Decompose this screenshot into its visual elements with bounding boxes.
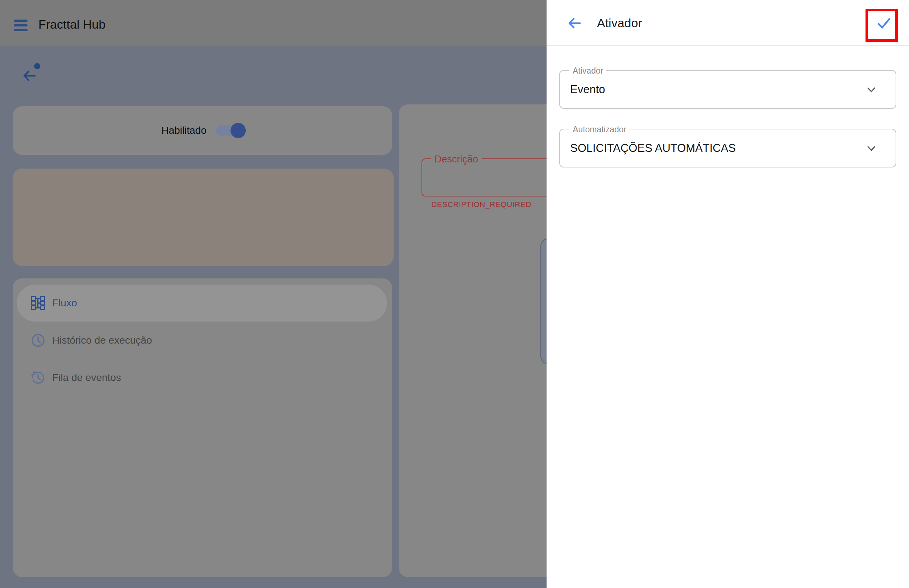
enabled-toggle[interactable] [216,126,244,136]
menu-item-fila[interactable]: Fila de eventos [31,370,121,386]
toggle-thumb [231,123,246,138]
chevron-down-icon [867,87,875,92]
workflow-icon [31,296,45,310]
side-panel: Ativador Ativador Evento Automatizador S… [547,0,909,588]
app-title: Fracttal Hub [39,18,105,32]
back-arrow-icon[interactable] [21,68,38,84]
description-label: Descrição [431,154,482,165]
annotation-highlight-box [865,9,898,42]
automatizador-select[interactable]: Automatizador SOLICITAÇÕES AUTOMÁTICAS [559,129,896,168]
enabled-card: Habilitado [13,106,392,155]
alert-card: Dados solicitados A descrição não pode e… [13,168,394,266]
menu-item-historico[interactable]: Histórico de execução [31,333,152,348]
menu-item-fluxo[interactable]: Fluxo [31,295,77,311]
description-error-text: DESCRIPTION_REQUIRED [431,200,531,209]
side-panel-header: Ativador [547,0,909,46]
automatizador-select-value: SOLICITAÇÕES AUTOMÁTICAS [570,129,736,167]
chevron-down-icon [867,146,875,151]
ativador-select[interactable]: Ativador Evento [559,70,896,109]
panel-title: Ativador [597,16,642,30]
app-screen: Fracttal Hub Habilitado Dados solicitado… [0,0,909,588]
menu-card: Fluxo Histórico de execução Fila de even… [13,278,392,577]
ativador-select-value: Evento [570,71,605,108]
panel-back-arrow-icon[interactable] [566,15,583,32]
menu-hamburger-icon[interactable] [13,19,28,32]
clock-icon [31,333,45,348]
notification-dot [34,63,40,69]
menu-item-label: Histórico de execução [52,334,152,346]
menu-item-label: Fila de eventos [52,372,121,384]
history-icon [31,370,45,385]
enabled-label: Habilitado [161,125,207,136]
menu-item-label: Fluxo [52,297,77,309]
